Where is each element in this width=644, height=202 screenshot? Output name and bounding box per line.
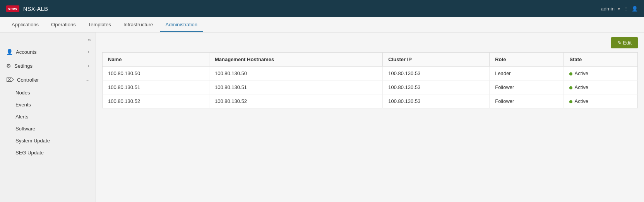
cell-role: Follower (490, 80, 564, 94)
cell-management-hostnames: 100.80.130.52 (209, 94, 382, 108)
cell-cluster-ip: 100.80.130.53 (383, 67, 490, 80)
tab-templates[interactable]: Templates (83, 18, 116, 32)
table-row: 100.80.130.52100.80.130.52100.80.130.53F… (103, 94, 638, 108)
user-profile-icon[interactable]: 👤 (632, 6, 638, 12)
cell-name: 100.80.130.52 (103, 94, 209, 108)
username-label: admin (601, 6, 615, 12)
sidebar-subitem-nodes[interactable]: Nodes (0, 87, 96, 99)
status-dot-icon (569, 100, 572, 103)
accounts-icon: 👤 (6, 49, 13, 55)
accounts-item-left: 👤 Accounts (6, 49, 36, 55)
sidebar-item-label-controller: Controller (17, 77, 39, 83)
cell-management-hostnames: 100.80.130.51 (209, 80, 382, 94)
settings-icon: ⚙ (6, 63, 11, 69)
cell-cluster-ip: 100.80.130.53 (383, 94, 490, 108)
settings-item-left: ⚙ Settings (6, 63, 33, 69)
tab-operations[interactable]: Operations (46, 18, 81, 32)
col-header-role: Role (490, 53, 564, 67)
cell-name: 100.80.130.51 (103, 80, 209, 94)
table-row: 100.80.130.51100.80.130.51100.80.130.53F… (103, 80, 638, 94)
cell-state: Active (564, 67, 638, 80)
table-header-row: Name Management Hostnames Cluster IP Rol… (103, 53, 638, 67)
controller-chevron-icon: ⌄ (86, 77, 89, 82)
col-header-name: Name (103, 53, 209, 67)
settings-chevron-icon: › (88, 63, 89, 68)
accounts-chevron-icon: › (88, 49, 89, 55)
sidebar-subitem-seg-update[interactable]: SEG Update (0, 147, 96, 159)
content-header: ✎ Edit (102, 37, 638, 48)
sidebar-item-label-accounts: Accounts (16, 49, 36, 55)
tab-infrastructure[interactable]: Infrastructure (118, 18, 159, 32)
app-title: NSX-ALB (23, 5, 48, 12)
content-area: ✎ Edit Name Management Hostnames Cluster… (96, 33, 644, 202)
sidebar-subitem-alerts[interactable]: Alerts (0, 111, 96, 123)
main-layout: « 👤 Accounts › ⚙ Settings › ⌦ Controller… (0, 33, 644, 202)
sidebar-collapse-button[interactable]: « (0, 34, 96, 45)
controller-icon: ⌦ (6, 77, 14, 83)
sidebar-subitem-system-update[interactable]: System Update (0, 135, 96, 147)
status-dot-icon (569, 86, 572, 89)
navbar-right: admin ▾ ⋮ 👤 (601, 6, 638, 12)
vmw-logo: vmw (6, 5, 19, 12)
controller-item-left: ⌦ Controller (6, 77, 39, 83)
cell-cluster-ip: 100.80.130.53 (383, 80, 490, 94)
cell-management-hostnames: 100.80.130.50 (209, 67, 382, 80)
navbar: vmw NSX-ALB admin ▾ ⋮ 👤 (0, 0, 644, 17)
cell-role: Follower (490, 94, 564, 108)
sidebar-item-label-settings: Settings (14, 63, 33, 69)
sidebar-item-controller[interactable]: ⌦ Controller ⌄ (0, 73, 96, 87)
col-header-state: State (564, 53, 638, 67)
status-dot-icon (569, 72, 572, 75)
sidebar-subitem-software[interactable]: Software (0, 123, 96, 135)
tabbar: Applications Operations Templates Infras… (0, 17, 644, 33)
tab-administration[interactable]: Administration (160, 18, 203, 32)
col-header-management-hostnames: Management Hostnames (209, 53, 382, 67)
sidebar-item-accounts[interactable]: 👤 Accounts › (0, 45, 96, 59)
more-options-icon[interactable]: ⋮ (623, 6, 629, 12)
sidebar: « 👤 Accounts › ⚙ Settings › ⌦ Controller… (0, 33, 96, 202)
cell-state: Active (564, 80, 638, 94)
navbar-left: vmw NSX-ALB (6, 5, 48, 12)
sidebar-subitem-events[interactable]: Events (0, 99, 96, 111)
cell-name: 100.80.130.50 (103, 67, 209, 80)
sidebar-item-settings[interactable]: ⚙ Settings › (0, 59, 96, 73)
chevron-down-icon[interactable]: ▾ (618, 6, 620, 12)
cell-role: Leader (490, 67, 564, 80)
col-header-cluster-ip: Cluster IP (383, 53, 490, 67)
cell-state: Active (564, 94, 638, 108)
table-row: 100.80.130.50100.80.130.50100.80.130.53L… (103, 67, 638, 80)
edit-button[interactable]: ✎ Edit (611, 37, 638, 48)
tab-applications[interactable]: Applications (6, 18, 44, 32)
nodes-table: Name Management Hostnames Cluster IP Rol… (102, 52, 638, 108)
